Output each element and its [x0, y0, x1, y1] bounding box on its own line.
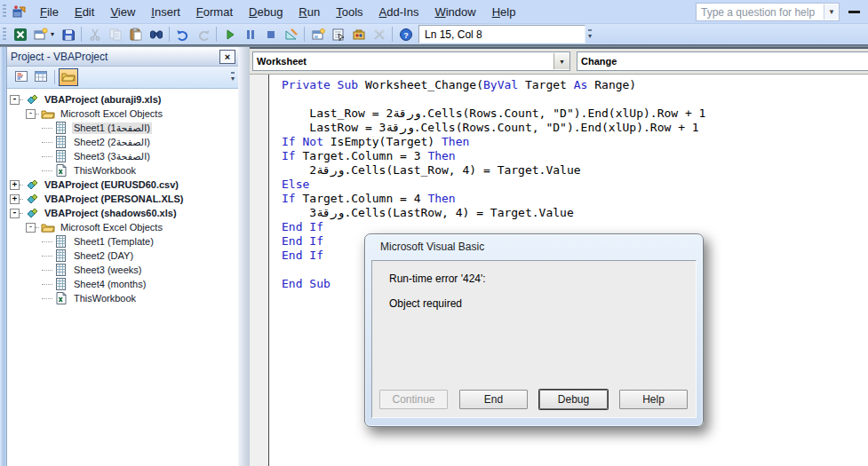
tree-item-label: Microsoft Excel Objects: [59, 108, 164, 119]
menu-item-edit[interactable]: Edit: [67, 1, 102, 23]
runtime-error-dialog: Microsoft Visual Basic Run-time error '4…: [364, 233, 704, 427]
object-dropdown-value: Worksheet: [253, 56, 553, 67]
tree-item-thisworkbook[interactable]: ThisWorkbook: [7, 163, 238, 178]
tree-item-vbaproject-personal-xls[interactable]: +VBAProject (PERSONAL.XLS): [7, 192, 238, 206]
help-search-dropdown-icon[interactable]: ▼: [824, 4, 839, 20]
tree-item-label: Sheet1 (الصفحة1): [72, 122, 152, 134]
sheet-icon: [54, 264, 69, 276]
menu-item-help[interactable]: Help: [484, 1, 524, 23]
tree-item-label: Microsoft Excel Objects: [59, 222, 164, 233]
tree-item-label: Sheet2 (الصفحة2): [72, 137, 152, 148]
menu-item-insert[interactable]: Insert: [143, 1, 188, 23]
continue-button: Continue: [379, 390, 448, 409]
help-search-box[interactable]: Type a question for help ▼: [696, 3, 840, 21]
menu-item-file[interactable]: File: [32, 1, 67, 23]
tree-item-label: Sheet2 (DAY): [72, 250, 135, 261]
reset-button[interactable]: [260, 25, 281, 43]
paste-button[interactable]: [125, 25, 146, 43]
undo-icon: [176, 28, 190, 42]
tree-item-microsoft-excel-objects[interactable]: -Microsoft Excel Objects: [7, 220, 238, 234]
tree-item-vbaproject-shadows60-xls[interactable]: -VBAProject (shadows60.xls): [7, 206, 238, 220]
toolbox-button[interactable]: [369, 25, 389, 43]
menu-item-run[interactable]: Run: [291, 1, 328, 23]
tree-item-vbaproject-eurusd60-csv[interactable]: +VBAProject (EURUSD60.csv): [7, 178, 238, 192]
object-browser-button[interactable]: [348, 25, 369, 43]
menubar-drag-handle[interactable]: [3, 4, 6, 19]
tree-item-vbaproject-aburaji9-xls[interactable]: -VBAProject (aburaji9.xls): [7, 92, 238, 107]
redo-button[interactable]: [193, 25, 213, 43]
toolbar-icons: ▾?: [10, 25, 416, 43]
menu-items: FileEditViewInsertFormatDebugRunToolsAdd…: [32, 1, 523, 23]
insert-userform-button[interactable]: [30, 25, 51, 43]
view-code-button[interactable]: [12, 68, 31, 86]
design-mode-button[interactable]: [281, 25, 301, 43]
menu-item-view[interactable]: View: [102, 1, 143, 23]
tree-item-sheet2-day[interactable]: Sheet2 (DAY): [7, 249, 238, 263]
collapse-icon[interactable]: -: [26, 109, 36, 119]
tree-item-sheet4-months[interactable]: Sheet4 (months): [7, 277, 238, 291]
tree-item-sheet1-template[interactable]: Sheet1 (Template): [7, 234, 238, 249]
help-button[interactable]: Help: [619, 390, 688, 409]
object-dropdown-arrow-icon[interactable]: ▼: [553, 53, 569, 69]
tree-item-thisworkbook[interactable]: ThisWorkbook: [7, 291, 238, 305]
menu-item-format[interactable]: Format: [188, 1, 241, 23]
excel-button[interactable]: [10, 25, 30, 43]
procedure-dropdown-value: Change: [577, 56, 868, 67]
sheet-icon: [54, 150, 69, 162]
tree-item-microsoft-excel-objects[interactable]: -Microsoft Excel Objects: [7, 107, 238, 121]
tree-item-sheet3-3[interactable]: Sheet3 (الصفحة3): [7, 149, 238, 163]
insert-object-dropdown-arrow[interactable]: ▾: [51, 30, 54, 38]
tree-connector: [36, 114, 39, 115]
help-button[interactable]: ?: [395, 25, 416, 43]
project-explorer-icon: [311, 28, 325, 42]
toolbar-drag-handle[interactable]: [3, 28, 6, 42]
tree-item-sheet1-1[interactable]: Sheet1 (الصفحة1): [7, 121, 238, 135]
tree-connector: [42, 156, 52, 157]
collapse-icon[interactable]: -: [26, 223, 36, 233]
code-line: If Target.Column = 4 Then: [282, 192, 868, 206]
expand-icon[interactable]: +: [10, 194, 20, 204]
break-button[interactable]: [240, 25, 260, 43]
run-icon: [223, 28, 237, 42]
expand-icon[interactable]: +: [10, 180, 20, 190]
find-button[interactable]: [146, 25, 166, 43]
tree-item-label: ThisWorkbook: [72, 165, 138, 176]
project-explorer-button[interactable]: [307, 25, 328, 43]
copy-button[interactable]: [105, 25, 125, 43]
undo-button[interactable]: [172, 25, 193, 43]
project-panel-header[interactable]: Project - VBAProject ×: [7, 47, 238, 67]
object-dropdown[interactable]: Worksheet ▼: [252, 51, 570, 71]
tree-item-sheet2-2[interactable]: Sheet2 (الصفحة2): [7, 135, 238, 149]
panel-splitter[interactable]: [238, 47, 251, 466]
tree-connector: [42, 128, 52, 129]
minimize-window-button[interactable]: [848, 11, 860, 13]
toggle-folders-button[interactable]: [59, 68, 78, 86]
view-object-button[interactable]: [31, 68, 51, 86]
project-toolbar-overflow-icon[interactable]: ▾: [231, 72, 235, 83]
menu-item-add-ins[interactable]: Add-Ins: [371, 1, 427, 23]
tree-item-sheet3-weeks[interactable]: Sheet3 (weeks): [7, 263, 238, 277]
end-button[interactable]: End: [459, 390, 528, 409]
procedure-dropdown[interactable]: Change: [577, 51, 868, 71]
toolbar-separator: [81, 27, 82, 42]
code-window-header: Worksheet ▼ Change: [250, 47, 868, 75]
save-button[interactable]: [58, 25, 78, 43]
menu-item-tools[interactable]: Tools: [328, 1, 370, 23]
code-line: Else: [282, 178, 868, 192]
menu-item-window[interactable]: Window: [426, 1, 483, 23]
project-panel-close-button[interactable]: ×: [219, 50, 235, 64]
project-panel-title: Project - VBAProject: [11, 51, 108, 63]
menu-item-debug[interactable]: Debug: [241, 1, 291, 23]
run-button[interactable]: [219, 25, 240, 43]
project-panel-toolbar: ▾: [7, 67, 238, 89]
properties-window-button[interactable]: [328, 25, 348, 43]
sheet-icon: [54, 249, 69, 262]
cut-button[interactable]: [84, 25, 105, 43]
collapse-icon[interactable]: -: [10, 209, 20, 218]
debug-button[interactable]: Debug: [539, 390, 608, 409]
toolbar-overflow-icon[interactable]: ▾: [588, 29, 592, 40]
code-margin-indicator-bar[interactable]: [250, 75, 269, 466]
window-frame-edge: [0, 47, 7, 466]
collapse-icon[interactable]: -: [10, 95, 20, 105]
help-search-placeholder: Type a question for help: [697, 6, 824, 19]
